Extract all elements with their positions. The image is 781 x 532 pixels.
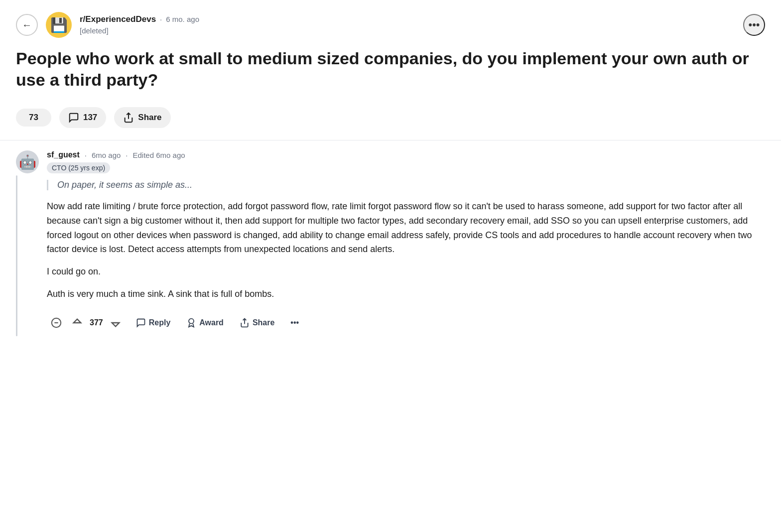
comment-paragraph-3: Auth is very much a time sink. A sink th… (47, 287, 765, 301)
comment-share-button[interactable]: Share (233, 314, 281, 331)
vote-count: 73 (28, 113, 39, 123)
comment-avatar: 🤖 (16, 150, 39, 173)
quote-text: On paper, it seems as simple as... (57, 180, 192, 190)
share-label: Share (138, 113, 161, 123)
comment-edited: · (126, 151, 128, 159)
comment-share-icon (240, 318, 250, 328)
post-time: · (160, 15, 162, 23)
post-meta: r/ExperiencedDevs · 6 mo. ago [deleted] (80, 14, 199, 36)
downvote-button[interactable] (42, 116, 48, 120)
bottom-padding (0, 342, 781, 362)
reply-label: Reply (149, 318, 171, 327)
subreddit-name[interactable]: r/ExperiencedDevs (80, 14, 156, 24)
post-age: 6 mo. ago (166, 15, 199, 23)
reply-icon (136, 318, 146, 328)
more-icon: ••• (748, 18, 760, 31)
comment-downvote-button[interactable] (106, 314, 125, 331)
reply-button[interactable]: Reply (129, 314, 178, 331)
share-icon (123, 112, 134, 123)
comment-vote-count: 377 (89, 318, 104, 327)
comment-upvote-icon (72, 317, 83, 328)
comment-actions: 377 Reply (47, 309, 765, 336)
collapse-icon (51, 317, 62, 328)
comment-share-label: Share (253, 318, 274, 327)
comment-more-button[interactable]: ••• (283, 315, 306, 331)
more-options-button[interactable]: ••• (743, 14, 765, 36)
svg-point-3 (189, 318, 194, 323)
comment-age: 6mo ago (92, 151, 121, 159)
comments-button[interactable]: 137 (59, 107, 106, 128)
collapse-button[interactable] (47, 314, 66, 331)
back-button[interactable]: ← (16, 14, 38, 36)
upvote-button[interactable] (19, 116, 25, 120)
back-icon: ← (22, 19, 32, 31)
post-title: People who work at small to medium sized… (0, 43, 781, 100)
comment: 🤖 sf_guest · 6mo ago · Edited 6mo ago CT… (16, 150, 765, 336)
comment-time: · (85, 151, 87, 159)
comment-vote-group: 377 (68, 314, 125, 331)
comment-icon (68, 112, 79, 123)
action-bar: 73 137 Share (0, 100, 781, 140)
award-label: Award (199, 318, 224, 327)
comment-edited-label: Edited 6mo ago (133, 151, 185, 159)
thread-line (16, 175, 17, 336)
comment-section: 🤖 sf_guest · 6mo ago · Edited 6mo ago CT… (0, 140, 781, 336)
comment-more-icon: ••• (290, 318, 299, 327)
comment-count: 137 (83, 113, 97, 123)
comment-paragraph-2: I could go on. (47, 265, 765, 279)
comment-meta: sf_guest · 6mo ago · Edited 6mo ago (47, 150, 765, 159)
share-button[interactable]: Share (114, 107, 170, 128)
comment-username[interactable]: sf_guest (47, 150, 80, 159)
subreddit-avatar: 💾 (46, 12, 72, 38)
comment-downvote-icon (110, 317, 121, 328)
award-icon (186, 318, 196, 328)
comment-body: sf_guest · 6mo ago · Edited 6mo ago CTO … (47, 150, 765, 336)
post-header: ← 💾 r/ExperiencedDevs · 6 mo. ago [delet… (0, 0, 781, 43)
vote-group: 73 (16, 109, 51, 127)
comment-upvote-button[interactable] (68, 314, 87, 331)
comment-flair: CTO (25 yrs exp) (47, 162, 110, 173)
comment-paragraph-1: Now add rate limiting / brute force prot… (47, 199, 765, 257)
comment-text: Now add rate limiting / brute force prot… (47, 199, 765, 301)
award-button[interactable]: Award (179, 314, 231, 331)
quote-block: On paper, it seems as simple as... (47, 180, 765, 190)
post-author-status: [deleted] (80, 26, 109, 35)
